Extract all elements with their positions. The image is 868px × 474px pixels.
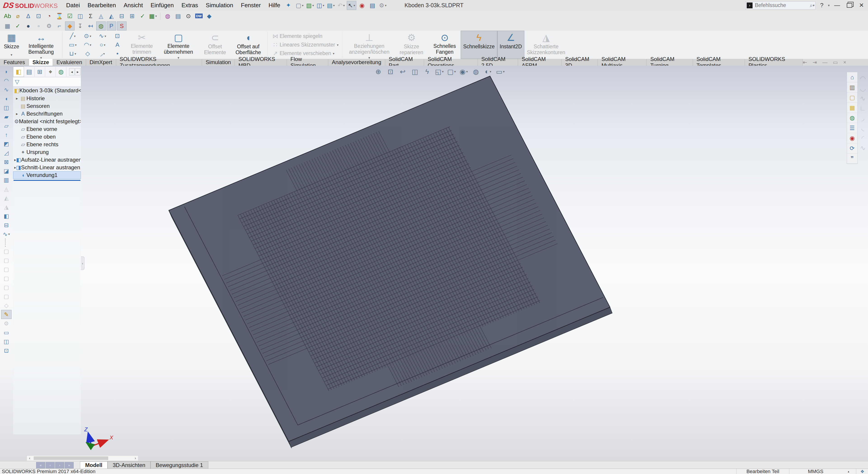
collapse-left-pane-icon[interactable]: ⇤: [803, 59, 807, 65]
tree-root-item[interactable]: ◧ Kboden 3-03k (Standard<<Sta: [13, 87, 81, 95]
offset-on-surface-button[interactable]: ◖ Offset auf Oberfläche: [231, 31, 266, 59]
surface-loft-button[interactable]: ◖: [1, 94, 11, 103]
tag-icon[interactable]: ❖: [857, 469, 868, 474]
tab-analysevorbereitung[interactable]: Analysevorbereitung: [328, 59, 385, 66]
replace-view-button[interactable]: ▭: [1, 328, 11, 337]
zoom-area-icon[interactable]: ⊡: [385, 67, 395, 76]
tab-solidcam-part[interactable]: SolidCAM Part: [385, 59, 424, 66]
search-dropdown-icon[interactable]: ▾: [813, 3, 815, 7]
close-button[interactable]: ✕: [857, 2, 866, 9]
dimxpertmanager-tab[interactable]: ⌖: [45, 67, 56, 77]
search-icon[interactable]: ⌕: [810, 2, 813, 8]
scrollbar-thumb[interactable]: [34, 456, 108, 460]
dropdown-icon[interactable]: ▾: [302, 4, 303, 7]
task-scheduler-button[interactable]: ⊙: [184, 11, 193, 21]
view-orientation-icon[interactable]: ◱▾: [434, 67, 444, 76]
dropdown-icon[interactable]: ▾: [353, 4, 355, 7]
zoom-fit-icon[interactable]: ⊕: [373, 67, 383, 76]
tree-item-sensoren[interactable]: ▤Sensoren: [13, 102, 81, 110]
dropdown-icon[interactable]: ▾: [312, 4, 314, 7]
displaymanager-tab[interactable]: ◍: [56, 67, 66, 77]
tree-item-verrundung[interactable]: ◖Verrundung1: [13, 171, 81, 179]
line-tool[interactable]: ╱▾: [65, 32, 80, 40]
previous-view-icon[interactable]: ↩: [398, 67, 408, 76]
tree-filter-row[interactable]: ▽: [13, 77, 81, 87]
dropdown-icon[interactable]: ▾: [466, 70, 468, 73]
appearances-button[interactable]: ◍: [847, 113, 857, 123]
first-sheet-button[interactable]: «: [36, 462, 45, 468]
instant2d-button[interactable]: ∠ Instant2D: [497, 31, 524, 59]
tab-solidcam-3d[interactable]: SolidCAM 3D: [562, 59, 598, 66]
tree-tabs-scroll-right[interactable]: ▸: [75, 68, 81, 75]
tree-tabs-scroll-left[interactable]: ◂: [69, 68, 74, 75]
costing-button[interactable]: ◆: [205, 11, 214, 21]
tree-item-beschriftungen[interactable]: ▸ABeschriftungen: [13, 110, 81, 117]
polygon-tool[interactable]: ◇: [80, 49, 95, 58]
tree-item-ebene-oben[interactable]: ▱Ebene oben: [13, 133, 81, 141]
dropdown-icon[interactable]: ▾: [155, 14, 157, 18]
file-explorer-button[interactable]: ▢: [847, 93, 857, 103]
pin-icon[interactable]: ✦: [286, 2, 291, 9]
tab-skizze[interactable]: Skizze: [29, 59, 53, 66]
comments-button[interactable]: ❞: [847, 154, 857, 164]
solidworks-resources-button[interactable]: ◉: [847, 133, 857, 143]
mass-properties-button[interactable]: Δ: [24, 11, 33, 21]
dropdown-icon[interactable]: ▾: [74, 52, 76, 56]
tree-item-material[interactable]: ⚙Material <nicht festgelegt>: [13, 117, 81, 125]
doc-restore-icon[interactable]: ▭: [833, 59, 838, 65]
convert-entities-tool[interactable]: ⊡: [110, 32, 125, 40]
rebuild-timer-button[interactable]: ⌛: [55, 11, 64, 21]
menu-fenster[interactable]: Fenster: [237, 2, 265, 9]
dropdown-icon[interactable]: ▾: [104, 34, 106, 38]
equations-button[interactable]: Σ: [86, 11, 95, 21]
dropdown-icon[interactable]: ▾: [490, 70, 491, 73]
dropdown-icon[interactable]: ▾: [104, 43, 105, 47]
tree-item-ursprung[interactable]: ⌖Ursprung: [13, 148, 81, 156]
restore-button[interactable]: [847, 3, 852, 8]
model-viewport[interactable]: XZ: [0, 66, 868, 461]
check-entity-button[interactable]: ◫: [75, 11, 85, 21]
tree-item-schnitt[interactable]: ▸◨Schnitt-Linear austragen1: [13, 164, 81, 171]
options-list-button[interactable]: ▤: [368, 1, 377, 10]
configurationmanager-tab[interactable]: ⊞: [35, 67, 45, 77]
parting-surface-button[interactable]: ⊟: [1, 221, 11, 230]
filled-surface-button[interactable]: ▰: [1, 112, 11, 121]
tab-features[interactable]: Features: [0, 59, 29, 66]
slot-tool[interactable]: ⊔▾: [65, 49, 80, 58]
menu-ansicht[interactable]: Ansicht: [120, 2, 147, 9]
fastener-button[interactable]: ↧: [75, 22, 85, 31]
tree-collapse-handle[interactable]: ‹: [81, 257, 85, 270]
dropdown-icon[interactable]: ▾: [74, 34, 76, 38]
menu-hilfe[interactable]: Hilfe: [265, 2, 284, 9]
tree-item-ebene-rechts[interactable]: ▱Ebene rechts: [13, 141, 81, 148]
dimension-tool-button[interactable]: ↤: [86, 22, 95, 31]
rapid-sketch-mode-button[interactable]: ϟ Schnellskizze: [461, 31, 497, 59]
nested-view-button[interactable]: ◫: [1, 337, 11, 346]
forum-button[interactable]: ⟳: [847, 143, 857, 154]
sketch-fillet-tool[interactable]: ◞▾: [95, 49, 110, 58]
measure-button[interactable]: ⌀: [13, 11, 23, 21]
gears-button[interactable]: ⚙: [44, 22, 54, 31]
ruled-surface-button[interactable]: ◿: [1, 148, 11, 157]
tab-solidcam-templates[interactable]: SolidCAM Templates: [693, 59, 745, 66]
dropdown-icon[interactable]: ▾: [103, 52, 105, 56]
dropdown-icon[interactable]: ▾: [442, 70, 444, 73]
dropdown-icon[interactable]: ▾: [343, 4, 345, 7]
check-solid-button[interactable]: ☑: [65, 11, 74, 21]
tab-solidcam-afrm[interactable]: SolidCAM AFRM: [518, 59, 562, 66]
view-palette-button[interactable]: ▦: [847, 103, 857, 113]
expand-arrow-icon[interactable]: ▸: [14, 158, 16, 162]
tab-solidcam-multiaxis[interactable]: SolidCAM Multiaxis: [598, 59, 647, 66]
cosmosworks-button[interactable]: ▦: [3, 22, 12, 31]
verification-button[interactable]: ✓: [138, 11, 147, 21]
next-sheet-button[interactable]: ›: [55, 462, 64, 468]
drag-handle[interactable]: [5, 239, 8, 247]
component-button[interactable]: ▫: [34, 22, 43, 31]
display-style-icon[interactable]: ▢▾: [446, 67, 456, 76]
solidcam-button[interactable]: S: [117, 22, 126, 31]
surface-extrude-button[interactable]: ◗: [1, 67, 11, 76]
rectangle-tool[interactable]: ▭▾: [65, 40, 80, 49]
help-button[interactable]: ?: [818, 2, 826, 9]
zebra-stripes-button[interactable]: ◭: [106, 11, 116, 21]
spline-on-surface-button[interactable]: ∿▾: [1, 230, 11, 239]
